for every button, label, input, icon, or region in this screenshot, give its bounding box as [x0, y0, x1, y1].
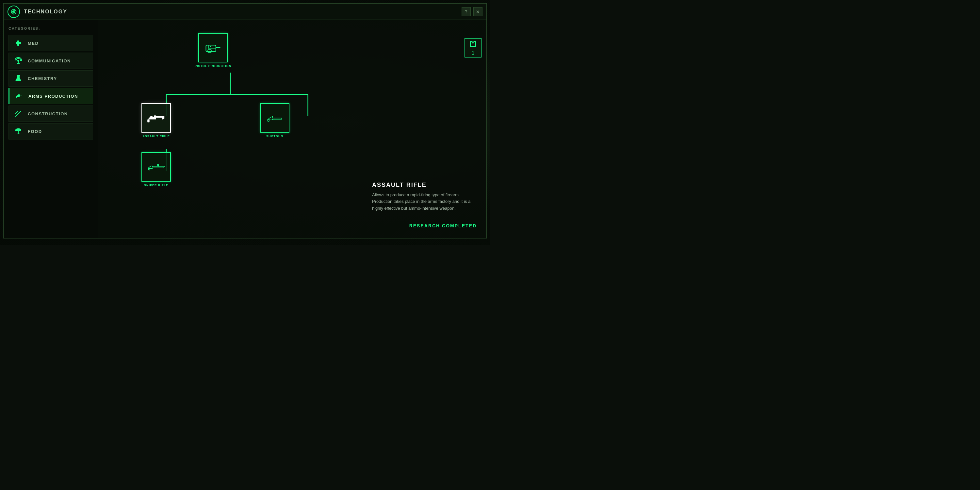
title-bar: TECHNOLOGY ? ✕ — [3, 3, 487, 20]
sniper-rifle-box — [142, 152, 171, 181]
pistol-production-box — [198, 33, 228, 62]
book-badge[interactable]: 1 — [465, 38, 482, 57]
assault-rifle-box — [142, 103, 171, 133]
tech-node-shotgun[interactable]: SHOTGUN — [260, 103, 290, 138]
technology-window: TECHNOLOGY ? ✕ CATEGORIES: MED — [3, 3, 487, 239]
sidebar: CATEGORIES: MED — [3, 20, 98, 238]
sidebar-item-label-construction: CONSTRUCTION — [28, 111, 68, 116]
window-title: TECHNOLOGY — [24, 9, 461, 15]
construction-icon — [13, 109, 23, 119]
tech-node-sniper-rifle[interactable]: SNIPER RIFLE — [142, 152, 171, 187]
sidebar-item-label-arms: ARMS PRODUCTION — [29, 94, 78, 99]
arms-icon — [14, 91, 24, 101]
tech-node-assault-rifle[interactable]: ASSAULT RIFLE — [142, 103, 171, 138]
svg-rect-29 — [147, 119, 150, 122]
tech-node-pistol-production[interactable]: PISTOL PRODUCTION — [195, 33, 231, 68]
close-button[interactable]: ✕ — [473, 7, 482, 16]
window-controls: ? ✕ — [461, 7, 482, 16]
sidebar-item-label-food: FOOD — [28, 129, 42, 134]
info-title: ASSAULT RIFLE — [372, 181, 477, 188]
sidebar-item-food[interactable]: FOOD — [8, 123, 93, 140]
categories-label: CATEGORIES: — [8, 27, 93, 30]
chemistry-icon — [13, 73, 23, 83]
svg-line-14 — [15, 111, 18, 114]
svg-line-13 — [19, 111, 21, 113]
book-count: 1 — [472, 50, 474, 56]
svg-point-4 — [18, 60, 19, 61]
svg-point-1 — [13, 11, 14, 13]
svg-point-35 — [157, 164, 158, 165]
med-icon — [13, 38, 23, 48]
sidebar-item-label-chemistry: CHEMISTRY — [28, 76, 57, 81]
info-panel: ASSAULT RIFLE Allows to produce a rapid-… — [372, 181, 477, 212]
assault-rifle-label: ASSAULT RIFLE — [142, 135, 170, 138]
tech-tree-area: 1 — [98, 20, 487, 238]
shotgun-box — [260, 103, 290, 133]
sidebar-item-construction[interactable]: CONSTRUCTION — [8, 105, 93, 122]
sniper-rifle-label: SNIPER RIFLE — [144, 184, 168, 187]
window-icon — [8, 6, 20, 18]
svg-rect-3 — [16, 42, 21, 44]
info-description: Allows to produce a rapid-firing type of… — [372, 192, 477, 212]
communication-icon — [13, 56, 23, 66]
shotgun-label: SHOTGUN — [266, 135, 283, 138]
svg-rect-10 — [16, 97, 17, 98]
svg-rect-24 — [206, 45, 216, 51]
svg-point-9 — [19, 80, 19, 80]
content-area: CATEGORIES: MED — [3, 20, 487, 238]
sidebar-item-arms-production[interactable]: ARMS PRODUCTION — [8, 88, 93, 104]
food-icon — [13, 126, 23, 136]
svg-point-8 — [18, 79, 18, 80]
svg-line-15 — [15, 114, 18, 117]
pistol-production-label: PISTOL PRODUCTION — [195, 64, 231, 68]
book-icon — [469, 40, 477, 50]
sidebar-item-label-communication: COMMUNICATION — [28, 59, 71, 64]
sidebar-item-chemistry[interactable]: CHEMISTRY — [8, 70, 93, 87]
sidebar-item-label-med: MED — [28, 41, 38, 46]
svg-rect-25 — [208, 45, 216, 49]
help-button[interactable]: ? — [461, 7, 471, 16]
research-status: RESEARCH COMPLETED — [409, 223, 477, 228]
sidebar-item-med[interactable]: MED — [8, 35, 93, 51]
svg-rect-27 — [208, 50, 212, 52]
sidebar-item-communication[interactable]: COMMUNICATION — [8, 52, 93, 69]
svg-point-28 — [210, 46, 211, 47]
